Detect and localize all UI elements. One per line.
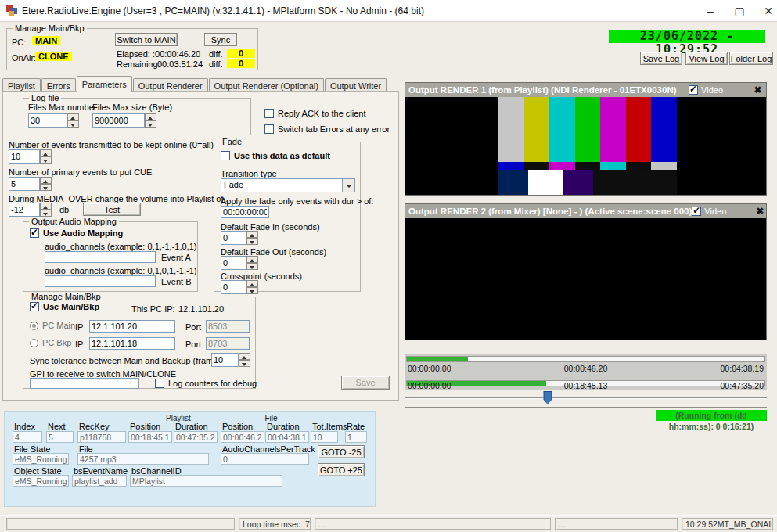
status-bar: Loop time msec. 7.2012 ... ... 10:29:52M… [0,515,777,532]
object-state-input[interactable] [13,475,69,487]
file-position-label: Position [222,422,253,431]
pl-position-input[interactable] [128,431,172,443]
switch-to-main-button[interactable]: Switch to MAIN [115,33,178,46]
pl-duration-label: Duration [175,422,208,431]
sync-tolerance-label: Sync tolerance between Main and Backup (… [30,356,225,365]
media-over-spin-buttons[interactable] [40,203,52,217]
files-max-number-input[interactable] [28,113,67,128]
pc-main-radio[interactable] [30,322,38,330]
tab-parameters[interactable]: Parameters [77,76,132,92]
seek-slider[interactable] [405,391,767,405]
pc-bkp-port-input[interactable] [206,337,250,350]
view-log-button[interactable]: View Log [685,52,728,65]
render2-video-checkbox[interactable] [692,207,701,216]
pc-main-port-input[interactable] [206,320,250,332]
primary-cue-input[interactable] [9,177,40,191]
use-mainbkp-checkbox[interactable] [30,302,39,311]
use-audio-mapping-checkbox[interactable] [30,228,39,238]
fade-out-input[interactable] [221,256,246,270]
crosspoint-input[interactable] [221,280,246,294]
audio-channels-per-track-input[interactable] [221,453,309,465]
media-over-input[interactable] [9,203,40,217]
render2-fullscreen-icon[interactable]: ✖ [756,207,764,217]
fade-out-spin-buttons[interactable] [246,256,258,270]
audio-mapping-group-title: Output Audio Mapping [29,217,119,226]
secondary-groove [405,407,767,408]
smpte-row-top [498,97,677,162]
crosspoint-spin-buttons[interactable] [246,280,258,294]
goto-minus-button[interactable]: GOTO -25 [318,445,365,458]
close-button[interactable]: ✕ [753,0,777,22]
switch-tab-errors-checkbox[interactable] [264,124,274,134]
file-duration-input[interactable] [265,431,309,443]
reckey-input[interactable] [77,431,126,443]
save-log-button[interactable]: Save Log [640,52,682,65]
ip-label-bkp: IP [75,340,83,349]
this-pc-ip-value: 12.1.101.20 [178,304,224,314]
chevron-down-icon[interactable] [342,179,354,192]
goto-plus-button[interactable]: GOTO +25 [318,463,365,476]
reply-ack-checkbox[interactable] [264,109,274,118]
events-online-label: Number of events transmitted to be kept … [9,140,214,149]
pc-bkp-ip-input[interactable] [89,337,175,350]
fade-in-input[interactable] [221,231,246,245]
playlist-current-time: 00:18:45.13 [451,381,720,390]
channels-b-input[interactable] [45,275,156,287]
channels-a-input[interactable] [45,251,156,263]
files-max-number-spinner [28,113,79,128]
smpte-row-mid [498,162,677,170]
transition-type-select[interactable]: Fade [221,178,355,192]
next-input[interactable] [46,431,74,443]
channels-a-label: audio_channels (example: 0,1,-1,-1,0,1) [45,242,196,251]
events-online-spin-buttons[interactable] [40,149,52,164]
maximize-button[interactable]: ▢ [724,0,755,22]
sync-button[interactable]: Sync [204,33,237,46]
status-cell-loop-time: Loop time msec. 7.2012 [239,518,311,530]
seek-thumb[interactable] [543,391,552,404]
db-label: db [59,205,69,214]
file-position-input[interactable] [221,431,264,443]
log-counters-checkbox[interactable] [155,379,164,388]
render1-fullscreen-icon[interactable]: ✖ [753,85,763,95]
gpi-input[interactable] [30,378,139,389]
fade-in-spinner [221,231,258,245]
fade-in-spin-buttons[interactable] [246,231,258,245]
use-default-checkbox[interactable] [221,151,230,160]
files-max-size-input[interactable] [92,113,145,128]
remaining-label: Remaining: [117,59,160,69]
test-button[interactable]: Test [83,203,141,216]
file-input[interactable] [77,453,209,465]
pc-main-ip-input[interactable] [89,320,175,332]
render1-video-label: Video [701,85,723,95]
apply-fade-input[interactable] [221,206,269,218]
event-b-label: Event B [161,277,192,286]
tot-items-input[interactable] [311,431,338,443]
folder-log-button[interactable]: Folder Log [729,52,773,65]
save-button[interactable]: Save [341,376,390,390]
index-input[interactable] [13,431,42,443]
rate-input[interactable] [345,431,367,443]
file-state-input[interactable] [13,453,69,465]
render1-video-checkbox[interactable] [689,85,698,95]
bs-event-name-input[interactable] [72,475,127,487]
render1-title: Output RENDER 1 (from Playlist) (NDI Ren… [408,85,689,95]
sync-tolerance-spin-buttons[interactable] [239,353,250,367]
file-progress-labels: 00:00:00.00 00:00:46.20 00:04:38.19 [406,363,765,374]
app-icon [6,5,17,16]
pl-duration-input[interactable] [174,431,218,443]
bs-channel-id-input[interactable] [130,475,282,487]
files-max-number-spin-buttons[interactable] [67,113,79,128]
events-online-input[interactable] [9,149,40,164]
pc-bkp-row: PC Bkp [30,338,71,347]
files-max-size-spin-buttons[interactable] [145,113,156,128]
media-over-spinner [9,203,52,217]
file-progress-bar[interactable] [406,356,765,362]
primary-cue-spin-buttons[interactable] [40,177,52,191]
event-a-label: Event A [161,253,191,262]
fade-out-spinner [221,256,258,270]
sync-tolerance-input[interactable] [211,353,239,367]
port-label-bkp: Port [185,340,201,349]
main-bkp-group: Manage Main/Bkp Use Main/Bkp This PC IP:… [23,297,256,389]
minimize-button[interactable]: – [695,0,726,22]
pc-bkp-radio[interactable] [30,339,38,347]
